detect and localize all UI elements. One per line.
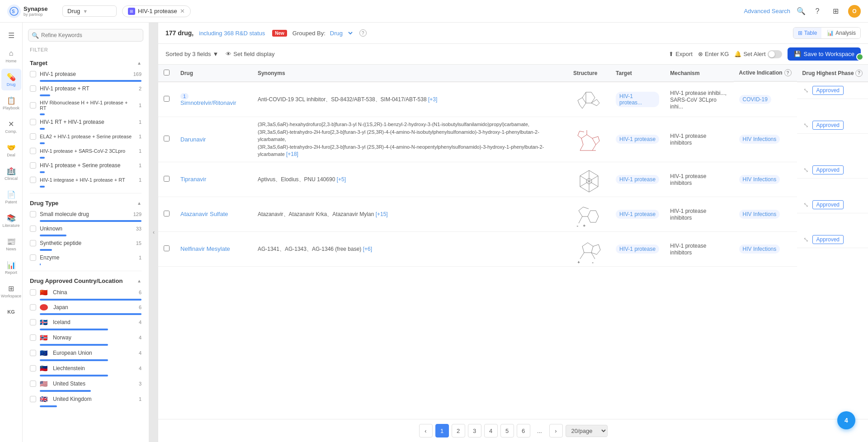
export-button[interactable]: ⬆ Export <box>669 51 693 57</box>
sidebar-item-news[interactable]: 📰 News <box>1 233 21 255</box>
drug-name-link[interactable]: Tipranavir <box>180 176 206 183</box>
checkbox-hiv1-protease-rt[interactable] <box>30 85 36 92</box>
grouped-by-info-icon[interactable]: ? <box>359 29 367 37</box>
indication-info-icon[interactable]: ? <box>784 69 792 76</box>
synonyms-more-link[interactable]: [+3] <box>428 96 437 103</box>
drug-type-selector[interactable]: Drug ▼ <box>62 5 117 17</box>
list-item[interactable]: Japan 6 <box>23 302 149 312</box>
list-item[interactable]: Small molecule drug 129 <box>23 209 149 219</box>
list-item[interactable]: HIV-1 RT + HIV-1 protease 1 <box>23 117 149 127</box>
list-item[interactable]: HIV-1 protease + SARS-CoV-2 3CLpro 1 <box>23 146 149 156</box>
list-item[interactable]: Unknown 33 <box>23 224 149 234</box>
checkbox-sars[interactable] <box>30 148 36 154</box>
expand-icon[interactable]: ⤡ <box>802 200 810 209</box>
drug-name-link[interactable]: Darunavir <box>180 136 206 143</box>
prev-page-button[interactable]: ‹ <box>419 424 433 437</box>
table-view-btn[interactable]: ⊞ Table <box>793 28 822 38</box>
user-avatar[interactable]: O <box>848 5 861 18</box>
checkbox-liechtenstein[interactable] <box>30 365 36 371</box>
sidebar-item-patent[interactable]: 📄 Patent <box>1 186 21 208</box>
list-item[interactable]: 🇳🇴 Norway 4 <box>23 332 149 343</box>
sidebar-item-report[interactable]: 📊 Report <box>1 257 21 278</box>
list-item[interactable]: HIV-1 protease 169 <box>23 69 149 79</box>
advanced-search-link[interactable]: Advanced Search <box>744 8 790 14</box>
save-workspace-button[interactable]: 💾 Save to Workspace <box>788 47 861 61</box>
row-checkbox[interactable] <box>158 197 175 231</box>
sidebar-item-workspace[interactable]: ⊞ Workspace <box>1 280 21 302</box>
drug-name-link[interactable]: Simnotrelvir/Ritonavir <box>180 99 236 106</box>
sidebar-item-literature[interactable]: 📚 Literature <box>1 210 21 231</box>
checkbox-hiv1-protease[interactable] <box>30 71 36 77</box>
list-item[interactable]: HIV Ribonuclease H + HIV-1 protease + RT… <box>23 98 149 113</box>
checkbox-small-mol[interactable] <box>30 211 36 217</box>
enter-kg-button[interactable]: ⊗ Enter KG <box>698 51 729 57</box>
checkbox-uk[interactable] <box>30 396 36 402</box>
checkbox-unknown[interactable] <box>30 226 36 232</box>
checkbox-norway[interactable] <box>30 334 36 341</box>
search-tab[interactable]: ⊞ HIV-1 protease ✕ <box>122 5 191 17</box>
drug-name-link[interactable]: Nelfinavir Mesylate <box>180 245 230 252</box>
filter-section-target-toggle[interactable]: Target ▲ <box>23 57 149 69</box>
sidebar-item-clinical[interactable]: 🏥 Clinical <box>1 163 21 184</box>
list-item[interactable]: HIV-1 protease + RT 2 <box>23 84 149 94</box>
synonyms-more-link[interactable]: [+5] <box>337 176 346 183</box>
page-3-button[interactable]: 3 <box>468 424 481 437</box>
checkbox-enzyme[interactable] <box>30 254 36 261</box>
list-item[interactable]: 🇺🇸 United States 3 <box>23 378 149 389</box>
set-alert-button[interactable]: 🔔 Set Alert <box>734 50 782 58</box>
floating-badge[interactable]: 4 <box>837 411 855 429</box>
sidebar-item-home[interactable]: ⌂ Home <box>1 45 21 67</box>
list-item[interactable]: 🇮🇸 Iceland 4 <box>23 317 149 328</box>
sidebar-item-kg[interactable]: KG <box>1 304 21 320</box>
expand-icon[interactable]: ⤡ <box>802 165 810 174</box>
checkbox-china[interactable] <box>30 289 36 296</box>
list-item[interactable]: 🇬🇧 United Kingdom 1 <box>23 394 149 404</box>
drug-name-link[interactable]: Atazanavir Sulfate <box>180 211 228 217</box>
grouped-by-select[interactable]: Drug Target <box>328 29 354 37</box>
help-icon[interactable]: ? <box>812 6 823 17</box>
row-checkbox[interactable] <box>158 82 175 117</box>
synonyms-more-link[interactable]: [+6] <box>363 246 372 252</box>
next-page-button[interactable]: › <box>549 424 563 437</box>
rd-status-link[interactable]: including 368 R&D status <box>199 30 265 37</box>
sort-button[interactable]: Sorted by 3 fields ▼ <box>165 51 218 57</box>
panel-collapse-toggle[interactable]: ‹ <box>149 23 158 442</box>
grid-icon[interactable]: ⊞ <box>830 6 841 17</box>
field-display-button[interactable]: 👁 Set field display <box>226 51 274 57</box>
page-1-button[interactable]: 1 <box>435 424 449 437</box>
alert-toggle[interactable] <box>768 50 782 58</box>
page-5-button[interactable]: 5 <box>500 424 514 437</box>
list-item[interactable]: ELA2 + HIV-1 protease + Serine protease … <box>23 132 149 141</box>
checkbox-integrase[interactable] <box>30 177 36 183</box>
phase-info-icon[interactable]: ? <box>855 70 863 77</box>
checkbox-synthetic-peptide[interactable] <box>30 240 36 246</box>
expand-icon[interactable]: ⤡ <box>802 86 810 95</box>
search-icon[interactable]: 🔍 <box>796 6 807 17</box>
checkbox-hiv-rnh[interactable] <box>30 102 36 108</box>
page-6-button[interactable]: 6 <box>517 424 530 437</box>
checkbox-eu[interactable] <box>30 350 36 356</box>
list-item[interactable]: Enzyme 1 <box>23 253 149 263</box>
per-page-select[interactable]: 20/page 50/page 100/page <box>566 425 608 437</box>
synonyms-more-link[interactable]: [+15] <box>376 211 388 217</box>
list-item[interactable]: 🇱🇮 Liechtenstein 4 <box>23 363 149 374</box>
list-item[interactable]: 🇨🇳 China 6 <box>23 287 149 298</box>
checkbox-us[interactable] <box>30 381 36 387</box>
analysis-view-btn[interactable]: 📊 Analysis <box>822 28 860 38</box>
expand-icon[interactable]: ⤡ <box>802 235 810 244</box>
list-item[interactable]: 🇪🇺 European Union 4 <box>23 348 149 358</box>
row-checkbox[interactable] <box>158 231 175 266</box>
synonyms-more-link[interactable]: [+18] <box>286 151 298 157</box>
row-checkbox[interactable] <box>158 117 175 162</box>
select-all-checkbox[interactable] <box>158 65 175 82</box>
checkbox-serine[interactable] <box>30 162 36 169</box>
list-item[interactable]: Synthetic peptide 15 <box>23 238 149 248</box>
checkbox-iceland[interactable] <box>30 319 36 325</box>
row-checkbox[interactable] <box>158 162 175 197</box>
filter-section-drug-type-toggle[interactable]: Drug Type ▲ <box>23 197 149 209</box>
page-4-button[interactable]: 4 <box>484 424 498 437</box>
checkbox-hiv1-rt[interactable] <box>30 119 36 125</box>
filter-search-input[interactable] <box>28 29 143 42</box>
checkbox-ela2[interactable] <box>30 133 36 140</box>
sidebar-item-deal[interactable]: 🤝 Deal <box>1 139 21 161</box>
